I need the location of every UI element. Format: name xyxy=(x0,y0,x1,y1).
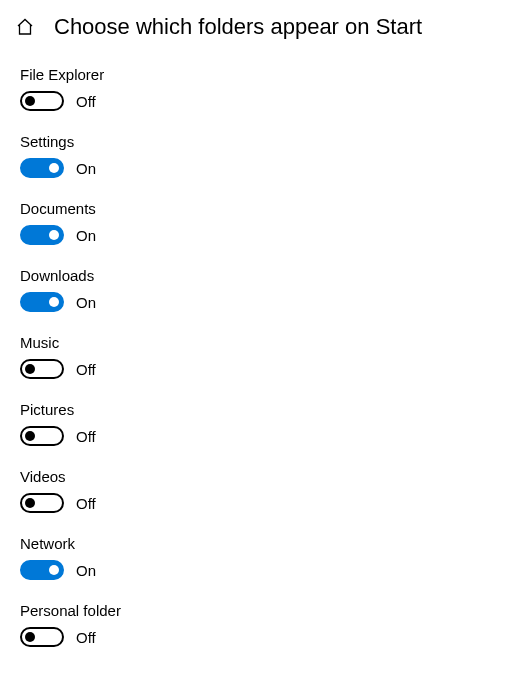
toggle-row-downloads: On xyxy=(20,292,527,312)
toggle-state-music: Off xyxy=(76,361,96,378)
setting-label-music: Music xyxy=(20,334,527,351)
setting-network: NetworkOn xyxy=(20,535,527,580)
setting-pictures: PicturesOff xyxy=(20,401,527,446)
toggle-settings[interactable] xyxy=(20,158,64,178)
setting-settings: SettingsOn xyxy=(20,133,527,178)
toggle-knob-icon xyxy=(25,96,35,106)
setting-label-network: Network xyxy=(20,535,527,552)
setting-label-settings: Settings xyxy=(20,133,527,150)
setting-personal-folder: Personal folderOff xyxy=(20,602,527,647)
toggle-state-documents: On xyxy=(76,227,96,244)
toggle-row-documents: On xyxy=(20,225,527,245)
toggle-knob-icon xyxy=(49,297,59,307)
page-title: Choose which folders appear on Start xyxy=(54,14,422,40)
setting-file-explorer: File ExplorerOff xyxy=(20,66,527,111)
setting-documents: DocumentsOn xyxy=(20,200,527,245)
setting-label-videos: Videos xyxy=(20,468,527,485)
toggle-row-personal-folder: Off xyxy=(20,627,527,647)
toggle-state-network: On xyxy=(76,562,96,579)
toggle-knob-icon xyxy=(25,632,35,642)
toggle-row-music: Off xyxy=(20,359,527,379)
toggle-knob-icon xyxy=(49,565,59,575)
toggle-state-personal-folder: Off xyxy=(76,629,96,646)
setting-label-downloads: Downloads xyxy=(20,267,527,284)
toggle-state-downloads: On xyxy=(76,294,96,311)
toggle-state-pictures: Off xyxy=(76,428,96,445)
toggle-knob-icon xyxy=(49,163,59,173)
settings-list: File ExplorerOffSettingsOnDocumentsOnDow… xyxy=(0,50,527,647)
toggle-row-pictures: Off xyxy=(20,426,527,446)
toggle-knob-icon xyxy=(49,230,59,240)
toggle-knob-icon xyxy=(25,431,35,441)
toggle-state-settings: On xyxy=(76,160,96,177)
toggle-knob-icon xyxy=(25,364,35,374)
toggle-documents[interactable] xyxy=(20,225,64,245)
toggle-personal-folder[interactable] xyxy=(20,627,64,647)
toggle-knob-icon xyxy=(25,498,35,508)
setting-music: MusicOff xyxy=(20,334,527,379)
toggle-row-file-explorer: Off xyxy=(20,91,527,111)
setting-label-file-explorer: File Explorer xyxy=(20,66,527,83)
setting-label-personal-folder: Personal folder xyxy=(20,602,527,619)
toggle-file-explorer[interactable] xyxy=(20,91,64,111)
page-header: Choose which folders appear on Start xyxy=(0,0,527,50)
setting-videos: VideosOff xyxy=(20,468,527,513)
toggle-state-file-explorer: Off xyxy=(76,93,96,110)
toggle-music[interactable] xyxy=(20,359,64,379)
toggle-videos[interactable] xyxy=(20,493,64,513)
setting-downloads: DownloadsOn xyxy=(20,267,527,312)
toggle-network[interactable] xyxy=(20,560,64,580)
home-icon[interactable] xyxy=(14,16,36,38)
toggle-pictures[interactable] xyxy=(20,426,64,446)
setting-label-documents: Documents xyxy=(20,200,527,217)
toggle-downloads[interactable] xyxy=(20,292,64,312)
toggle-row-settings: On xyxy=(20,158,527,178)
toggle-row-network: On xyxy=(20,560,527,580)
toggle-row-videos: Off xyxy=(20,493,527,513)
setting-label-pictures: Pictures xyxy=(20,401,527,418)
toggle-state-videos: Off xyxy=(76,495,96,512)
